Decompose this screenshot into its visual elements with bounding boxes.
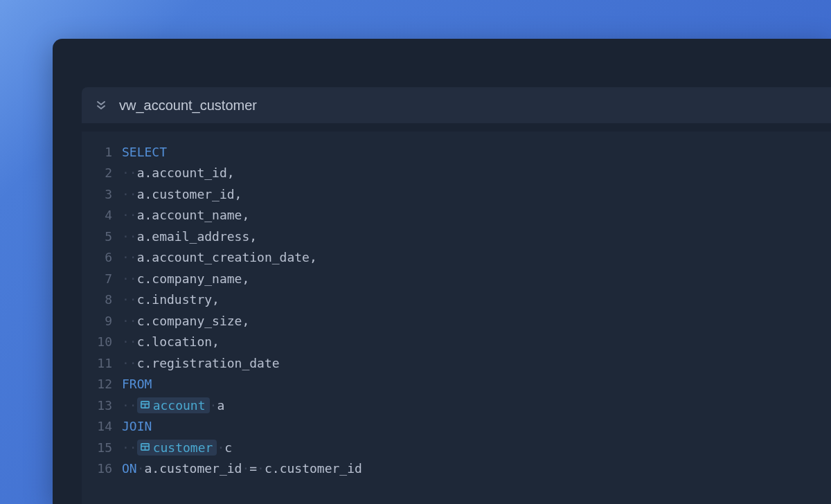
editor-window: vw_account_customer 1SELECT2··a.account_… bbox=[53, 39, 831, 504]
whitespace-marker: ·· bbox=[122, 356, 137, 370]
code-content[interactable]: FROM bbox=[122, 377, 152, 391]
code-content[interactable]: SELECT bbox=[122, 145, 167, 159]
line-number: 3 bbox=[82, 187, 122, 201]
code-line[interactable]: 1SELECT bbox=[82, 141, 831, 163]
line-number: 14 bbox=[82, 419, 122, 433]
whitespace-marker: · bbox=[257, 461, 265, 476]
code-content[interactable]: ··c.registration_date bbox=[122, 356, 280, 370]
table-name: account bbox=[153, 398, 206, 413]
code-token: c.industry, bbox=[137, 292, 220, 307]
line-number: 1 bbox=[82, 145, 122, 159]
whitespace-marker: · bbox=[137, 461, 145, 476]
code-line[interactable]: 14JOIN bbox=[82, 416, 831, 438]
code-content[interactable]: ··c.company_name, bbox=[122, 271, 249, 286]
table-name: customer bbox=[153, 440, 213, 455]
table-reference[interactable]: customer bbox=[137, 440, 217, 456]
table-icon bbox=[140, 440, 150, 455]
whitespace-marker: ·· bbox=[122, 208, 137, 222]
code-token: c.company_name, bbox=[137, 271, 250, 286]
code-content[interactable]: ··a.account_creation_date, bbox=[122, 250, 317, 264]
code-line[interactable]: 7··c.company_name, bbox=[82, 268, 831, 289]
code-line[interactable]: 5··a.email_address, bbox=[82, 226, 831, 247]
sql-keyword: FROM bbox=[122, 377, 152, 391]
collapse-icon[interactable] bbox=[96, 100, 107, 111]
code-token: c bbox=[224, 440, 232, 455]
line-number: 4 bbox=[82, 208, 122, 222]
whitespace-marker: · bbox=[217, 440, 224, 455]
code-line[interactable]: 2··a.account_id, bbox=[82, 163, 831, 184]
code-line[interactable]: 16ON·a.customer_id·=·c.customer_id bbox=[82, 458, 831, 480]
code-editor[interactable]: 1SELECT2··a.account_id,3··a.customer_id,… bbox=[82, 132, 831, 504]
code-content[interactable]: ··account·a bbox=[122, 397, 224, 413]
whitespace-marker: ·· bbox=[122, 314, 137, 328]
code-token: a.customer_id, bbox=[137, 187, 242, 201]
line-number: 9 bbox=[82, 314, 122, 328]
code-line[interactable]: 4··a.account_name, bbox=[82, 205, 831, 226]
whitespace-marker: ·· bbox=[122, 292, 137, 307]
whitespace-marker: ·· bbox=[122, 398, 137, 413]
sql-keyword: SELECT bbox=[122, 145, 167, 159]
line-number: 6 bbox=[82, 250, 122, 264]
file-title: vw_account_customer bbox=[119, 98, 257, 114]
code-token: a.account_id, bbox=[137, 165, 235, 180]
code-line[interactable]: 10··c.location, bbox=[82, 332, 831, 353]
code-line[interactable]: 15··customer·c bbox=[82, 437, 831, 458]
code-content[interactable]: ··a.customer_id, bbox=[122, 187, 242, 201]
code-line[interactable]: 12FROM bbox=[82, 374, 831, 395]
code-content[interactable]: ··a.account_id, bbox=[122, 165, 235, 180]
code-line[interactable]: 8··c.industry, bbox=[82, 289, 831, 311]
line-number: 8 bbox=[82, 292, 122, 307]
code-content[interactable]: JOIN bbox=[122, 419, 152, 433]
whitespace-marker: · bbox=[242, 461, 249, 476]
code-token: a.customer_id bbox=[145, 461, 242, 476]
code-content[interactable]: ··a.account_name, bbox=[122, 208, 249, 222]
line-number: 16 bbox=[82, 461, 122, 476]
line-number: 10 bbox=[82, 334, 122, 349]
code-line[interactable]: 9··c.company_size, bbox=[82, 310, 831, 332]
code-token: c.location, bbox=[137, 334, 220, 349]
sql-keyword: JOIN bbox=[122, 419, 152, 433]
code-token: a.account_creation_date, bbox=[137, 250, 317, 264]
table-reference[interactable]: account bbox=[137, 397, 210, 413]
whitespace-marker: ·· bbox=[122, 165, 137, 180]
file-header: vw_account_customer bbox=[82, 87, 831, 123]
code-token: c.customer_id bbox=[265, 461, 362, 476]
line-number: 5 bbox=[82, 229, 122, 244]
line-number: 7 bbox=[82, 271, 122, 286]
code-line[interactable]: 13··account·a bbox=[82, 395, 831, 416]
code-content[interactable]: ON·a.customer_id·=·c.customer_id bbox=[122, 461, 362, 476]
code-content[interactable]: ··c.location, bbox=[122, 334, 220, 349]
code-content[interactable]: ··customer·c bbox=[122, 440, 232, 456]
line-number: 11 bbox=[82, 356, 122, 370]
whitespace-marker: ·· bbox=[122, 271, 137, 286]
whitespace-marker: ·· bbox=[122, 250, 137, 264]
code-token: a.email_address, bbox=[137, 229, 257, 244]
code-content[interactable]: ··c.company_size, bbox=[122, 314, 249, 328]
code-token: c.registration_date bbox=[137, 356, 280, 370]
code-line[interactable]: 6··a.account_creation_date, bbox=[82, 247, 831, 269]
whitespace-marker: ·· bbox=[122, 440, 137, 455]
code-line[interactable]: 11··c.registration_date bbox=[82, 352, 831, 374]
whitespace-marker: ·· bbox=[122, 187, 137, 201]
whitespace-marker: ·· bbox=[122, 229, 137, 244]
code-token: = bbox=[249, 461, 257, 476]
whitespace-marker: · bbox=[210, 398, 217, 413]
table-icon bbox=[140, 398, 150, 413]
line-number: 13 bbox=[82, 398, 122, 413]
code-line[interactable]: 3··a.customer_id, bbox=[82, 183, 831, 205]
sql-keyword: ON bbox=[122, 461, 137, 476]
code-token: a.account_name, bbox=[137, 208, 250, 222]
code-token: a bbox=[217, 398, 224, 413]
code-token: c.company_size, bbox=[137, 314, 250, 328]
code-content[interactable]: ··a.email_address, bbox=[122, 229, 257, 244]
line-number: 12 bbox=[82, 377, 122, 391]
line-number: 2 bbox=[82, 165, 122, 180]
whitespace-marker: ·· bbox=[122, 334, 137, 349]
line-number: 15 bbox=[82, 440, 122, 455]
code-content[interactable]: ··c.industry, bbox=[122, 292, 220, 307]
